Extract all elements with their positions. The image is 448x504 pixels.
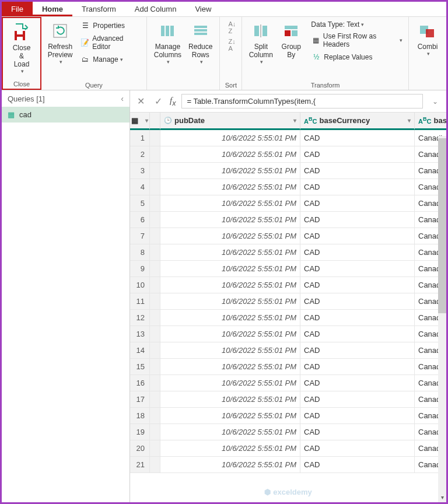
pubdate-cell[interactable]: 10/6/2022 5:55:01 PM — [160, 391, 300, 408]
chevron-down-icon[interactable]: ▾ — [293, 117, 296, 124]
row-number[interactable]: 13 — [130, 326, 150, 342]
data-type-button[interactable]: Data Type: Text — [309, 19, 405, 30]
row-number[interactable]: 5 — [130, 195, 150, 212]
tab-home[interactable]: Home — [33, 2, 72, 16]
group-by-button[interactable]: GroupBy — [276, 19, 306, 60]
chevron-down-icon[interactable]: ▾ — [408, 117, 411, 124]
row-number[interactable]: 21 — [130, 457, 150, 473]
manage-button[interactable]: 🗂 Manage — [78, 53, 142, 66]
row-number[interactable]: 10 — [130, 277, 150, 293]
row-number[interactable]: 20 — [130, 440, 150, 457]
basecurrency-cell[interactable]: CAD — [300, 359, 415, 375]
pubdate-cell[interactable]: 10/6/2022 5:55:01 PM — [160, 408, 300, 424]
pubdate-cell[interactable]: 10/6/2022 5:55:01 PM — [160, 228, 300, 244]
tab-transform[interactable]: Transform — [72, 2, 125, 16]
basecurrency-cell[interactable]: CAD — [300, 130, 415, 146]
row-number[interactable]: 15 — [130, 359, 150, 375]
column-blank-header[interactable] — [150, 113, 160, 130]
basecurrency-cell[interactable]: CAD — [300, 179, 415, 195]
pubdate-cell[interactable]: 10/6/2022 5:55:01 PM — [160, 261, 300, 277]
basecurrency-cell[interactable]: CAD — [300, 342, 415, 359]
row-number[interactable]: 17 — [130, 391, 150, 408]
pubdate-cell[interactable]: 10/6/2022 5:55:01 PM — [160, 342, 300, 359]
basecurrency-cell[interactable]: CAD — [300, 310, 415, 326]
cancel-formula-button[interactable]: ✕ — [135, 96, 146, 107]
combine-button[interactable]: Combi — [412, 19, 443, 58]
row-number[interactable]: 11 — [130, 293, 150, 310]
expand-formula-button[interactable]: ⌄ — [429, 97, 442, 106]
pubdate-cell[interactable]: 10/6/2022 5:55:01 PM — [160, 212, 300, 228]
split-column-button[interactable]: SplitColumn — [246, 19, 276, 66]
row-number[interactable]: 6 — [130, 212, 150, 228]
basecurrency-cell[interactable]: CAD — [300, 228, 415, 244]
basecurrency-cell[interactable]: CAD — [300, 195, 415, 212]
row-number[interactable]: 9 — [130, 261, 150, 277]
basecurrency-cell[interactable]: CAD — [300, 163, 415, 179]
tab-file[interactable]: File — [2, 2, 33, 16]
vertical-scrollbar[interactable]: ▴ ▾ — [438, 136, 446, 502]
refresh-preview-button[interactable]: RefreshPreview — [45, 19, 75, 66]
basecurrency-cell[interactable]: CAD — [300, 244, 415, 261]
pubdate-cell[interactable]: 10/6/2022 5:55:01 PM — [160, 326, 300, 342]
pubdate-cell[interactable]: 10/6/2022 5:55:01 PM — [160, 310, 300, 326]
basecurrency-cell[interactable]: CAD — [300, 212, 415, 228]
tab-view[interactable]: View — [186, 2, 220, 16]
pubdate-cell[interactable]: 10/6/2022 5:55:01 PM — [160, 359, 300, 375]
basecurrency-cell[interactable]: CAD — [300, 261, 415, 277]
sort-desc-button[interactable]: Z↓A — [226, 37, 238, 53]
replace-values-button[interactable]: ½ Replace Values — [309, 51, 405, 64]
sort-asc-button[interactable]: A↓Z — [226, 19, 238, 36]
row-number[interactable]: 14 — [130, 342, 150, 359]
reduce-rows-button[interactable]: ReduceRows — [185, 19, 216, 66]
basecurrency-cell[interactable]: CAD — [300, 293, 415, 310]
formula-input[interactable] — [181, 94, 423, 108]
tab-add-column[interactable]: Add Column — [125, 2, 186, 16]
row-number[interactable]: 18 — [130, 408, 150, 424]
basecurrency-cell[interactable]: CAD — [300, 146, 415, 163]
basecurrency-cell[interactable]: CAD — [300, 457, 415, 473]
column-basename-header[interactable]: ABC baseNa — [415, 113, 446, 130]
row-number[interactable]: 1 — [130, 130, 150, 146]
advanced-editor-button[interactable]: 📝 Advanced Editor — [78, 33, 142, 52]
basecurrency-cell[interactable]: CAD — [300, 277, 415, 293]
row-number[interactable]: 16 — [130, 375, 150, 391]
column-basecurrency-header[interactable]: ABC baseCurrency ▾ — [300, 113, 415, 130]
pubdate-cell[interactable]: 10/6/2022 5:55:01 PM — [160, 244, 300, 261]
pubdate-cell[interactable]: 10/6/2022 5:55:01 PM — [160, 293, 300, 310]
scrollbar-thumb[interactable] — [438, 138, 446, 313]
row-number[interactable]: 8 — [130, 244, 150, 261]
close-and-load-button[interactable]: Close &Load — [6, 20, 37, 75]
pubdate-cell[interactable]: 10/6/2022 5:55:01 PM — [160, 375, 300, 391]
row-number[interactable]: 3 — [130, 163, 150, 179]
accept-formula-button[interactable]: ✓ — [152, 96, 164, 107]
basecurrency-cell[interactable]: CAD — [300, 440, 415, 457]
basecurrency-cell[interactable]: CAD — [300, 375, 415, 391]
blank-cell — [150, 212, 160, 228]
row-number[interactable]: 4 — [130, 179, 150, 195]
scroll-down-arrow[interactable]: ▾ — [438, 494, 446, 502]
pubdate-cell[interactable]: 10/6/2022 5:55:01 PM — [160, 130, 300, 146]
basecurrency-cell[interactable]: CAD — [300, 326, 415, 342]
first-row-headers-button[interactable]: ▦ Use First Row as Headers — [309, 31, 405, 50]
pubdate-cell[interactable]: 10/6/2022 5:55:01 PM — [160, 440, 300, 457]
pubdate-cell[interactable]: 10/6/2022 5:55:01 PM — [160, 195, 300, 212]
row-number[interactable]: 19 — [130, 424, 150, 440]
query-item-cad[interactable]: ▦ cad — [2, 107, 130, 123]
pubdate-cell[interactable]: 10/6/2022 5:55:01 PM — [160, 179, 300, 195]
basecurrency-cell[interactable]: CAD — [300, 391, 415, 408]
pubdate-cell[interactable]: 10/6/2022 5:55:01 PM — [160, 146, 300, 163]
pubdate-cell[interactable]: 10/6/2022 5:55:01 PM — [160, 163, 300, 179]
basecurrency-cell[interactable]: CAD — [300, 408, 415, 424]
pubdate-cell[interactable]: 10/6/2022 5:55:01 PM — [160, 457, 300, 473]
pubdate-cell[interactable]: 10/6/2022 5:55:01 PM — [160, 277, 300, 293]
basecurrency-cell[interactable]: CAD — [300, 424, 415, 440]
properties-button[interactable]: ☰ Properties — [78, 19, 142, 32]
row-number[interactable]: 7 — [130, 228, 150, 244]
row-number[interactable]: 12 — [130, 310, 150, 326]
row-number[interactable]: 2 — [130, 146, 150, 163]
manage-columns-button[interactable]: ManageColumns — [150, 19, 185, 66]
select-all-corner[interactable]: ▦▾ — [130, 113, 150, 130]
pubdate-cell[interactable]: 10/6/2022 5:55:01 PM — [160, 424, 300, 440]
collapse-sidebar-icon[interactable]: ‹ — [121, 94, 124, 103]
column-pubdate-header[interactable]: 🕒 pubDate ▾ — [160, 113, 300, 130]
